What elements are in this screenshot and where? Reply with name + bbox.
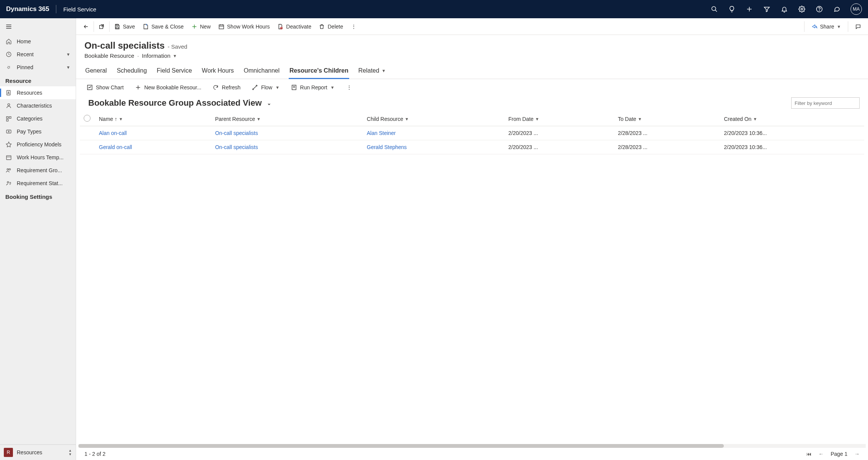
- brand-label[interactable]: Dynamics 365: [6, 5, 49, 13]
- deactivate-button[interactable]: Deactivate: [273, 21, 315, 32]
- nav-categories[interactable]: Categories: [0, 112, 76, 125]
- user-avatar[interactable]: MA: [851, 3, 862, 15]
- tab-work-hours[interactable]: Work Hours: [201, 64, 235, 79]
- col-created[interactable]: Created On ▼: [724, 116, 860, 122]
- svg-point-0: [712, 6, 716, 11]
- back-button[interactable]: [79, 21, 93, 32]
- plus-icon[interactable]: [746, 5, 753, 13]
- refresh-button[interactable]: Refresh: [210, 83, 243, 92]
- nav-home[interactable]: Home: [0, 35, 76, 48]
- pager-first[interactable]: ⏮: [806, 451, 812, 457]
- cell-child-link[interactable]: Alan Steiner: [367, 130, 396, 136]
- bell-icon[interactable]: [781, 5, 788, 13]
- status-icon: [5, 180, 12, 187]
- cell-parent-link[interactable]: On-call specialists: [215, 144, 258, 150]
- cmd-label: Delete: [327, 24, 343, 30]
- area-switcher[interactable]: R Resources ▲▼: [0, 444, 76, 460]
- chat-icon[interactable]: [833, 5, 841, 13]
- tab-general[interactable]: General: [84, 64, 108, 79]
- site-map: Home Recent ▼ Pinned ▼ Resource Resource…: [0, 18, 76, 460]
- svg-rect-19: [6, 155, 11, 160]
- nav-pay-types[interactable]: Pay Types: [0, 125, 76, 138]
- area-label: Resources: [17, 449, 42, 455]
- cmdbar-overflow[interactable]: ⋮: [347, 21, 361, 32]
- col-from[interactable]: From Date ▼: [509, 116, 610, 122]
- view-selector[interactable]: Bookable Resource Group Associated View …: [88, 98, 271, 108]
- gear-icon[interactable]: [798, 5, 806, 13]
- lightbulb-icon[interactable]: [728, 5, 736, 13]
- more-vertical-icon: ⋮: [347, 84, 352, 90]
- run-report-button[interactable]: Run Report▼: [289, 83, 337, 92]
- show-chart-button[interactable]: Show Chart: [84, 83, 126, 92]
- svg-line-1: [715, 10, 717, 12]
- nav-requirement-statuses[interactable]: Requirement Stat...: [0, 177, 76, 190]
- categories-icon: [5, 115, 12, 122]
- delete-button[interactable]: Delete: [315, 21, 347, 32]
- save-close-button[interactable]: Save & Close: [139, 21, 188, 32]
- app-name[interactable]: Field Service: [63, 6, 96, 13]
- clock-icon: [5, 51, 12, 58]
- filter-icon[interactable]: [763, 5, 771, 13]
- save-button[interactable]: Save: [110, 21, 139, 32]
- col-name[interactable]: Name ↑ ▼: [99, 116, 207, 122]
- form-selector[interactable]: Information ▼: [142, 52, 177, 59]
- horizontal-scrollbar[interactable]: [78, 444, 866, 448]
- cell-to: 2/28/2023 ...: [618, 130, 647, 136]
- nav-proficiency[interactable]: Proficiency Models: [0, 138, 76, 151]
- new-bookable-resource-button[interactable]: New Bookable Resour...: [133, 83, 203, 92]
- tab-resources-children[interactable]: Resource's Children: [289, 64, 349, 79]
- subgrid-command-bar: Show Chart New Bookable Resour... Refres…: [76, 79, 868, 96]
- scrollbar-thumb[interactable]: [78, 444, 724, 448]
- entity-name: Bookable Resource: [84, 52, 134, 59]
- nav-pinned[interactable]: Pinned ▼: [0, 61, 76, 74]
- select-all-checkbox[interactable]: [84, 115, 91, 122]
- nav-requirement-groups[interactable]: Requirement Gro...: [0, 164, 76, 177]
- nav-label: Categories: [17, 116, 43, 122]
- nav-recent[interactable]: Recent ▼: [0, 48, 76, 61]
- nav-label: Requirement Stat...: [17, 180, 63, 186]
- col-parent[interactable]: Parent Resource ▼: [215, 116, 359, 122]
- subgrid-overflow[interactable]: ⋮: [343, 83, 355, 92]
- cell-parent-link[interactable]: On-call specialists: [215, 130, 258, 136]
- nav-resources[interactable]: Resources: [0, 86, 76, 99]
- help-icon[interactable]: [816, 5, 823, 13]
- cmd-label: Flow: [261, 84, 272, 90]
- show-work-hours-button[interactable]: Show Work Hours: [215, 21, 274, 32]
- cmd-label: Show Chart: [96, 84, 124, 90]
- flow-button[interactable]: Flow▼: [250, 83, 281, 92]
- table-row[interactable]: Alan on-call On-call specialists Alan St…: [80, 126, 864, 140]
- filter-keyword-input[interactable]: [791, 97, 860, 109]
- copilot-pane-button[interactable]: [851, 21, 865, 32]
- cell-name-link[interactable]: Gerald on-call: [99, 144, 132, 150]
- chevron-down-icon: ▼: [405, 117, 409, 121]
- svg-point-21: [7, 168, 8, 170]
- pager-next[interactable]: →: [854, 451, 860, 457]
- new-button[interactable]: New: [188, 21, 215, 32]
- tab-omnichannel[interactable]: Omnichannel: [243, 64, 280, 79]
- sitemap-toggle[interactable]: [0, 18, 76, 35]
- cell-child-link[interactable]: Gerald Stephens: [367, 144, 407, 150]
- trash-icon: [319, 24, 325, 30]
- nav-label: Pinned: [17, 64, 33, 70]
- share-button[interactable]: Share▼: [808, 21, 845, 32]
- search-icon[interactable]: [711, 5, 718, 13]
- chevron-down-icon: ▼: [66, 65, 70, 70]
- sort-asc-icon: ↑: [114, 116, 117, 122]
- col-child[interactable]: Child Resource ▼: [367, 116, 501, 122]
- topbar-left: Dynamics 365 Field Service: [6, 5, 96, 13]
- table-row[interactable]: Gerald on-call On-call specialists Geral…: [80, 140, 864, 154]
- tab-scheduling[interactable]: Scheduling: [116, 64, 148, 79]
- tab-field-service[interactable]: Field Service: [156, 64, 192, 79]
- chevron-down-icon: ▼: [275, 85, 280, 90]
- open-new-window-button[interactable]: [95, 21, 108, 32]
- tab-related[interactable]: Related▼: [358, 64, 386, 79]
- grid-pager: 1 - 2 of 2 ⏮ ← Page 1 →: [76, 448, 868, 460]
- nav-characteristics[interactable]: Characteristics: [0, 99, 76, 112]
- nav-label: Resources: [17, 90, 42, 96]
- col-to[interactable]: To Date ▼: [618, 116, 716, 122]
- cell-name-link[interactable]: Alan on-call: [99, 130, 127, 136]
- nav-work-hours-templates[interactable]: Work Hours Temp...: [0, 151, 76, 164]
- separator: [848, 21, 848, 32]
- pager-prev[interactable]: ←: [819, 451, 824, 457]
- chevron-down-icon: ▼: [256, 117, 261, 121]
